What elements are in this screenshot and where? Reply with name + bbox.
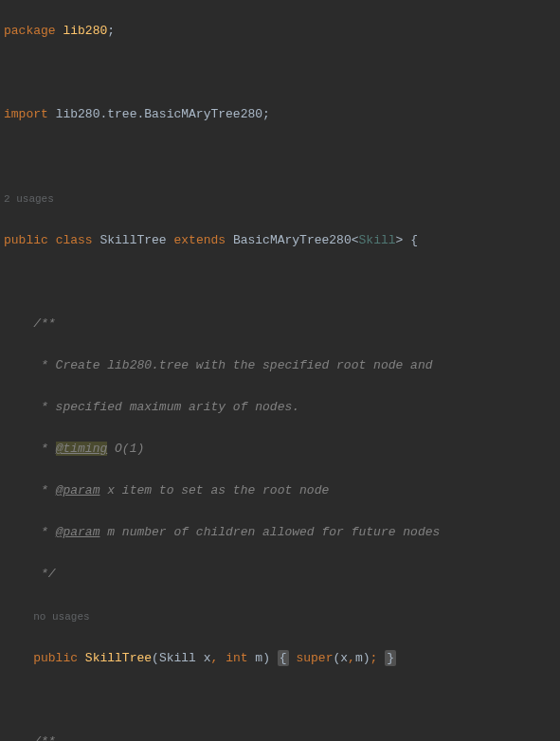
- javadoc-end: */: [33, 567, 55, 581]
- generic-type: Skill: [359, 233, 396, 247]
- comment-line[interactable]: * specified maximum arity of nodes.: [4, 397, 560, 418]
- comment-line[interactable]: /**: [4, 732, 560, 741]
- keyword-super: super: [296, 651, 333, 665]
- keyword-int: int: [226, 651, 247, 665]
- brace-open: {: [403, 233, 418, 247]
- keyword-import: import: [4, 107, 48, 121]
- import-path: lib280.tree.BasicMAryTree280: [56, 107, 262, 121]
- javadoc-tag-param: @param: [56, 483, 100, 497]
- param-name: m: [255, 651, 262, 665]
- param-type: Skill: [159, 651, 196, 665]
- javadoc-star: *: [33, 483, 55, 497]
- javadoc-tag-param: @param: [56, 525, 100, 539]
- code-editor[interactable]: package lib280; import lib280.tree.Basic…: [4, 0, 560, 741]
- keyword-extends: extends: [173, 233, 226, 247]
- comment-line[interactable]: * @param m number of children allowed fo…: [4, 522, 560, 543]
- semicolon: ;: [107, 24, 115, 38]
- usage-count[interactable]: 2 usages: [4, 188, 54, 207]
- comment-line[interactable]: /**: [4, 314, 560, 334]
- javadoc-text: O(1): [107, 442, 144, 456]
- code-line[interactable]: package lib280;: [4, 21, 560, 42]
- javadoc-start: /**: [33, 316, 55, 331]
- blank-line[interactable]: [4, 146, 560, 167]
- angle-open: <: [352, 233, 359, 247]
- superclass-name: BasicMAryTree280: [233, 233, 352, 247]
- brace-open: {: [278, 650, 289, 666]
- code-line[interactable]: public SkillTree(Skill x, int m) { super…: [4, 648, 560, 669]
- code-line[interactable]: public class SkillTree extends BasicMAry…: [4, 230, 560, 251]
- javadoc-text: m number of children allowed for future …: [99, 525, 440, 539]
- usage-hint-line[interactable]: no usages: [4, 605, 560, 627]
- javadoc-star: *: [33, 442, 55, 456]
- comment-line[interactable]: * @param x item to set as the root node: [4, 480, 560, 501]
- arg: m: [355, 651, 363, 665]
- semicolon: ;: [262, 107, 270, 121]
- constructor-name: SkillTree: [85, 651, 152, 665]
- blank-line[interactable]: [4, 63, 560, 83]
- javadoc-star: *: [33, 525, 55, 539]
- usage-hint-line[interactable]: 2 usages: [4, 188, 560, 209]
- comment-line[interactable]: * Create lib280.tree with the specified …: [4, 355, 560, 376]
- param-name: x: [204, 651, 211, 665]
- keyword-class: class: [56, 233, 93, 247]
- javadoc-tag-timing: @timing: [56, 442, 108, 456]
- javadoc-text: * specified maximum arity of nodes.: [33, 400, 299, 414]
- brace-close: }: [385, 650, 396, 666]
- package-name: lib280: [63, 24, 107, 38]
- blank-line[interactable]: [4, 272, 560, 293]
- blank-line[interactable]: [4, 690, 560, 711]
- javadoc-text: * Create lib280.tree with the specified …: [33, 358, 432, 372]
- code-line[interactable]: import lib280.tree.BasicMAryTree280;: [4, 104, 560, 125]
- usage-count[interactable]: no usages: [33, 605, 89, 624]
- class-name: SkillTree: [99, 233, 166, 247]
- javadoc-start: /**: [33, 734, 55, 741]
- javadoc-text: x item to set as the root node: [99, 483, 329, 497]
- comment-line[interactable]: */: [4, 564, 560, 585]
- comment-line[interactable]: * @timing O(1): [4, 439, 560, 460]
- keyword-package: package: [4, 24, 56, 38]
- arg: x: [340, 651, 348, 665]
- keyword-public: public: [33, 651, 78, 665]
- keyword-public: public: [4, 233, 48, 247]
